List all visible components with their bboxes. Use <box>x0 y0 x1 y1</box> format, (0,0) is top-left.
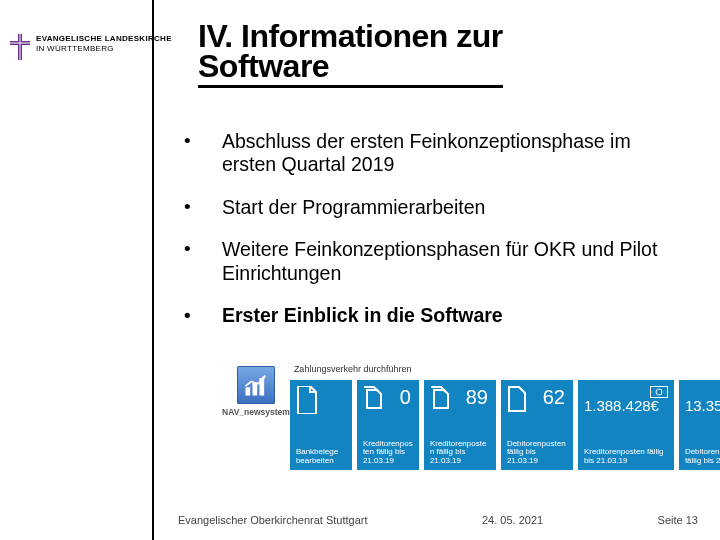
tile-debitoren-62[interactable]: 62 Debitorenposten fällig bis 21.03.19 <box>501 380 573 470</box>
svg-rect-2 <box>245 387 250 395</box>
tile-label: Kreditorenposten fällig bis 21.03.19 <box>363 440 413 466</box>
bullet-text: Abschluss der ersten Feinkonzeptionsphas… <box>222 130 631 175</box>
tile-label: Debitorenposten fällig bis 21.03.19 <box>507 440 567 466</box>
documents-icon <box>430 386 452 415</box>
bullet-list: Abschluss der ersten Feinkonzeptionsphas… <box>178 130 683 346</box>
brand-line1: EVANGELISCHE LANDESKIRCHE <box>36 34 172 44</box>
tile-kreditoren-89[interactable]: 89 Kreditorenposten fällig bis 21.03.19 <box>424 380 496 470</box>
tile-bankbelege[interactable]: Bankbelege bearbeiten <box>290 380 352 470</box>
bullet-item: Abschluss der ersten Feinkonzeptionsphas… <box>178 130 683 177</box>
footer-page: Seite 13 <box>658 514 698 526</box>
tile-metric: 13.350€ <box>685 398 720 415</box>
tile-label: Debitorenposten fällig bis 21.03.19 <box>685 448 720 466</box>
svg-rect-3 <box>252 383 257 396</box>
brand-line2: IN WÜRTTEMBERG <box>36 44 172 54</box>
screenshot-caption: Zahlungsverkehr durchführen <box>290 362 720 380</box>
bullet-text: Start der Programmierarbeiten <box>222 196 485 218</box>
bullet-item: Start der Programmierarbeiten <box>178 196 683 219</box>
svg-rect-6 <box>650 387 667 398</box>
brand-block: EVANGELISCHE LANDESKIRCHE IN WÜRTTEMBERG <box>10 34 172 60</box>
footer-page-label: Seite <box>658 514 683 526</box>
bar-chart-icon <box>237 366 275 404</box>
tile-kreditoren-amount[interactable]: 1.388.428€ Kreditorenposten fällig bis 2… <box>578 380 674 470</box>
footer-page-number: 13 <box>686 514 698 526</box>
tile-debitoren-amount[interactable]: 13.350€ Debitorenposten fällig bis 21.03… <box>679 380 720 470</box>
tile-row: Bankbelege bearbeiten 0 Kreditorenposten… <box>290 380 720 470</box>
footer-org: Evangelischer Oberkirchenrat Stuttgart <box>178 514 368 526</box>
software-screenshot: NAV_newsystem Zahlungsverkehr durchführe… <box>222 362 678 470</box>
bullet-text: Weitere Feinkonzeptionsphasen für OKR un… <box>222 238 657 283</box>
document-icon <box>507 386 527 415</box>
document-icon <box>296 386 318 417</box>
church-cross-icon <box>10 34 30 60</box>
footer: Evangelischer Oberkirchenrat Stuttgart 2… <box>178 514 698 526</box>
footer-date: 24. 05. 2021 <box>482 514 543 526</box>
bullet-text: Erster Einblick in die Software <box>222 304 503 326</box>
bullet-item: Erster Einblick in die Software <box>178 304 683 327</box>
tile-label: Bankbelege bearbeiten <box>296 448 346 466</box>
tile-metric: 1.388.428€ <box>584 398 659 415</box>
page-title: IV. Informationen zur Software <box>198 20 503 88</box>
tile-label: Kreditorenposten fällig bis 21.03.19 <box>584 448 668 466</box>
nav-sidebar: NAV_newsystem <box>222 362 290 470</box>
bullet-item: Weitere Feinkonzeptionsphasen für OKR un… <box>178 238 683 285</box>
tile-label: Kreditorenposten fällig bis 21.03.19 <box>430 440 490 466</box>
title-line2: Software <box>198 50 503 84</box>
svg-point-7 <box>656 389 662 395</box>
vertical-divider <box>152 0 154 540</box>
tile-kreditoren-0[interactable]: 0 Kreditorenposten fällig bis 21.03.19 <box>357 380 419 470</box>
tile-metric: 62 <box>543 386 565 408</box>
tile-metric: 0 <box>400 386 411 408</box>
documents-icon <box>363 386 385 415</box>
tile-metric: 89 <box>466 386 488 408</box>
nav-title: NAV_newsystem <box>222 407 290 417</box>
